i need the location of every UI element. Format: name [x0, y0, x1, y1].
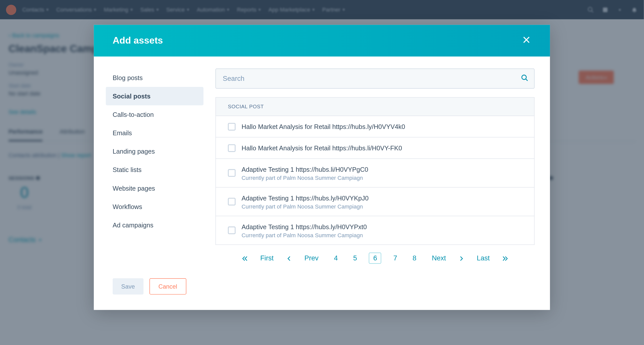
search-icon[interactable]: [521, 74, 529, 83]
row-checkbox[interactable]: [228, 123, 236, 130]
modal-footer: Save Cancel: [94, 274, 550, 310]
sidebar-item-landing-pages[interactable]: Landing pages: [106, 142, 204, 160]
page-number-current[interactable]: 6: [369, 253, 381, 264]
next-page-button[interactable]: Next: [428, 253, 449, 264]
close-icon: [522, 35, 531, 44]
cancel-button[interactable]: Cancel: [149, 278, 186, 295]
sidebar-item-static-lists[interactable]: Static lists: [106, 161, 204, 179]
sidebar-item-social-posts[interactable]: Social posts: [106, 87, 204, 105]
sidebar-item-blog-posts[interactable]: Blog posts: [106, 68, 204, 87]
modal-overlay: Add assets Blog posts Social posts Calls…: [0, 0, 644, 345]
row-checkbox[interactable]: [228, 169, 236, 177]
search-input[interactable]: [215, 68, 535, 89]
table-row[interactable]: Hallo Market Analysis for Retail https:/…: [215, 137, 535, 159]
row-title: Adaptive Testing 1 https://hubs.ly/H0VYP…: [242, 222, 367, 231]
row-checkbox[interactable]: [228, 144, 236, 152]
last-page-icon[interactable]: [502, 254, 508, 262]
page-number[interactable]: 8: [409, 253, 420, 264]
table-row[interactable]: Adaptive Testing 1 https://hubs.li/H0VYP…: [215, 159, 535, 188]
prev-page-icon[interactable]: [285, 254, 292, 262]
sidebar-item-workflows[interactable]: Workflows: [106, 197, 204, 216]
close-button[interactable]: [522, 35, 531, 46]
table-row[interactable]: Adaptive Testing 1 https://hubs.ly/H0VYP…: [215, 216, 535, 245]
svg-line-7: [526, 79, 528, 81]
table-row[interactable]: Adaptive Testing 1 https://hubs.ly/H0VYK…: [215, 188, 535, 216]
row-subtitle: Currently part of Palm Noosa Summer Camp…: [242, 203, 369, 210]
modal-header: Add assets: [94, 25, 550, 57]
row-title: Hallo Market Analysis for Retail https:/…: [242, 144, 402, 153]
row-subtitle: Currently part of Palm Noosa Summer Camp…: [242, 232, 367, 238]
row-title: Hallo Market Analysis for Retail https:/…: [242, 122, 405, 131]
first-page-icon[interactable]: [241, 254, 248, 262]
row-checkbox[interactable]: [228, 198, 236, 205]
sidebar-item-website-pages[interactable]: Website pages: [106, 179, 204, 197]
row-checkbox[interactable]: [228, 226, 236, 234]
last-page-button[interactable]: Last: [473, 253, 493, 264]
next-page-icon[interactable]: [458, 254, 465, 262]
first-page-button[interactable]: First: [257, 253, 277, 264]
page-number[interactable]: 4: [331, 253, 341, 264]
page-number[interactable]: 5: [350, 253, 360, 264]
sidebar-item-emails[interactable]: Emails: [106, 124, 204, 142]
save-button[interactable]: Save: [113, 278, 143, 295]
table-row[interactable]: Hallo Market Analysis for Retail https:/…: [215, 116, 535, 137]
row-subtitle: Currently part of Palm Noosa Summer Camp…: [242, 175, 368, 181]
prev-page-button[interactable]: Prev: [301, 253, 322, 264]
add-assets-modal: Add assets Blog posts Social posts Calls…: [94, 25, 550, 310]
page-number[interactable]: 7: [390, 253, 401, 264]
row-title: Adaptive Testing 1 https://hubs.ly/H0VYK…: [242, 193, 369, 202]
pagination: First Prev 4 5 6 7 8 Next Last: [215, 245, 535, 265]
svg-point-6: [522, 75, 526, 79]
sidebar-item-ad-campaigns[interactable]: Ad campaigns: [106, 216, 204, 234]
asset-type-sidebar: Blog posts Social posts Calls-to-action …: [106, 68, 204, 265]
sidebar-item-ctas[interactable]: Calls-to-action: [106, 105, 204, 124]
modal-title: Add assets: [113, 35, 163, 46]
row-title: Adaptive Testing 1 https://hubs.li/H0VYP…: [242, 165, 368, 174]
table-header: SOCIAL POST: [215, 97, 535, 116]
